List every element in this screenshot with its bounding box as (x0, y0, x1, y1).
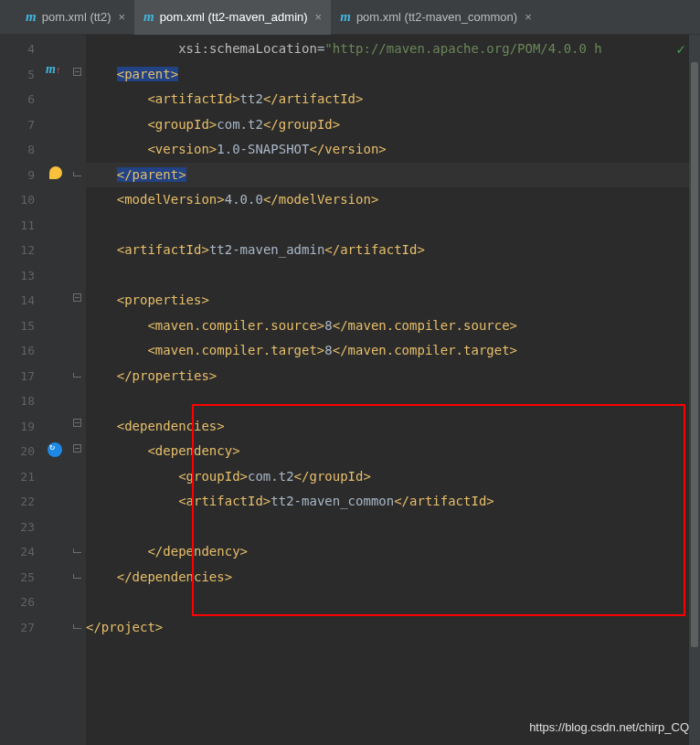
code-line[interactable]: <version>1.0-SNAPSHOT</version> (86, 137, 700, 163)
close-icon[interactable]: × (119, 10, 126, 24)
fold-toggle-icon[interactable] (73, 293, 81, 302)
line-number: 21 (0, 464, 35, 490)
maven-icon: m (26, 9, 37, 25)
tab-label: pom.xml (tt2-maven_common) (356, 10, 517, 24)
fold-end-icon (73, 624, 81, 629)
line-number: 20 (0, 439, 35, 464)
line-number: 24 (0, 539, 35, 565)
fold-end-icon (73, 373, 81, 378)
code-line[interactable]: <artifactId>tt2-maven_admin</artifactId> (86, 238, 700, 263)
code-line[interactable]: </properties> (86, 364, 700, 389)
code-line[interactable]: <parent> (86, 62, 700, 88)
line-number: 10 (0, 187, 35, 213)
line-number: 12 (0, 238, 35, 263)
reload-icon[interactable] (48, 442, 62, 457)
code-editor[interactable]: 4567891011121314151617181920212223242526… (0, 35, 700, 745)
code-line[interactable]: <maven.compiler.source>8</maven.compiler… (86, 314, 700, 339)
line-number: 17 (0, 364, 35, 389)
maven-icon: m (143, 9, 154, 25)
line-number: 27 (0, 615, 35, 641)
highlight-annotation (192, 404, 685, 616)
scrollbar-thumb[interactable] (691, 62, 698, 647)
line-number: 11 (0, 213, 35, 239)
tab-pom-tt2[interactable]: m pom.xml (tt2) × (16, 0, 134, 35)
tab-pom-common[interactable]: m pom.xml (tt2-maven_common) × (331, 0, 541, 35)
line-number: 15 (0, 314, 35, 339)
editor-tab-bar: m pom.xml (tt2) × m pom.xml (tt2-maven_a… (0, 0, 700, 35)
line-number: 19 (0, 414, 35, 440)
tab-pom-admin[interactable]: m pom.xml (tt2-maven_admin) × (134, 0, 331, 35)
line-number: 26 (0, 590, 35, 615)
line-number: 14 (0, 288, 35, 314)
code-line[interactable]: <maven.compiler.target>8</maven.compiler… (86, 338, 700, 364)
code-line[interactable]: <artifactId>tt2</artifactId> (86, 87, 700, 112)
fold-gutter (69, 35, 86, 745)
intention-bulb-icon[interactable] (49, 166, 62, 179)
line-number: 25 (0, 565, 35, 591)
tab-label: pom.xml (tt2-maven_admin) (160, 10, 308, 24)
line-number: 6 (0, 87, 35, 112)
line-number: 5 (0, 62, 35, 88)
fold-end-icon (73, 172, 81, 176)
analysis-ok-icon[interactable]: ✓ (676, 40, 685, 58)
line-number: 18 (0, 388, 35, 414)
line-number: 22 (0, 489, 35, 515)
maven-icon: m (340, 9, 351, 25)
line-number: 8 (0, 137, 35, 163)
line-number: 9 (0, 163, 35, 188)
code-line[interactable] (86, 213, 700, 239)
close-icon[interactable]: × (525, 10, 532, 24)
line-number-gutter: 4567891011121314151617181920212223242526… (0, 35, 44, 745)
fold-toggle-icon[interactable] (73, 444, 81, 452)
fold-toggle-icon[interactable] (73, 419, 81, 427)
line-number: 23 (0, 515, 35, 540)
tab-label: pom.xml (tt2) (42, 10, 111, 24)
line-number: 7 (0, 112, 35, 138)
fold-end-icon (73, 574, 81, 579)
code-line[interactable]: <properties> (86, 288, 700, 314)
line-number: 16 (0, 338, 35, 364)
maven-parent-icon: m↑ (46, 62, 60, 77)
code-line[interactable]: <groupId>com.t2</groupId> (86, 112, 700, 138)
line-number: 4 (0, 37, 35, 62)
code-line[interactable]: xsi:schemaLocation="http://maven.apache.… (86, 37, 700, 62)
close-icon[interactable]: × (315, 10, 323, 24)
code-line[interactable]: </parent> (86, 163, 700, 188)
code-area[interactable]: ✓ xsi:schemaLocation="http://maven.apach… (86, 35, 700, 745)
vertical-scrollbar[interactable] (689, 35, 700, 745)
watermark-text: https://blog.csdn.net/chirp_CQ (529, 720, 689, 734)
icon-gutter: m↑ (44, 35, 69, 745)
line-number: 13 (0, 263, 35, 289)
code-line[interactable]: </project> (86, 615, 700, 641)
fold-toggle-icon[interactable] (73, 68, 81, 76)
code-line[interactable] (86, 263, 700, 289)
fold-end-icon (73, 548, 81, 553)
code-line[interactable]: <modelVersion>4.0.0</modelVersion> (86, 187, 700, 213)
